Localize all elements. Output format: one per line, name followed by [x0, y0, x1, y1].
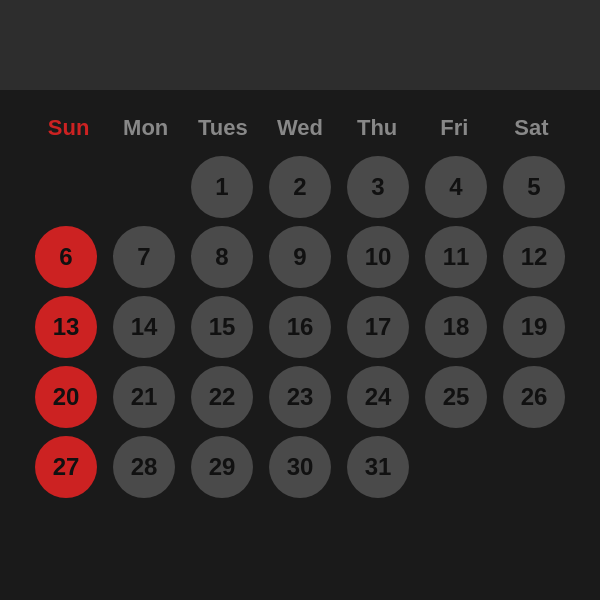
day-circle-27: 27 [35, 436, 97, 498]
day-cell-27[interactable]: 27 [30, 436, 102, 498]
day-circle-17: 17 [347, 296, 409, 358]
day-cell-16[interactable]: 16 [264, 296, 336, 358]
day-circle-29: 29 [191, 436, 253, 498]
day-cell-28[interactable]: 28 [108, 436, 180, 498]
day-circle-18: 18 [425, 296, 487, 358]
day-cell-7[interactable]: 7 [108, 226, 180, 288]
day-circle-30: 30 [269, 436, 331, 498]
day-circle-7: 7 [113, 226, 175, 288]
day-circle-31: 31 [347, 436, 409, 498]
day-cell-19[interactable]: 19 [498, 296, 570, 358]
day-cell-3[interactable]: 3 [342, 156, 414, 218]
day-cell-2[interactable]: 2 [264, 156, 336, 218]
day-circle-24: 24 [347, 366, 409, 428]
day-cell-14[interactable]: 14 [108, 296, 180, 358]
day-circle-26: 26 [503, 366, 565, 428]
day-cell-11[interactable]: 11 [420, 226, 492, 288]
day-cell-18[interactable]: 18 [420, 296, 492, 358]
day-headers-row: SunMonTuesWedThuFriSat [30, 110, 570, 146]
day-header-sun: Sun [30, 110, 107, 146]
day-cell-20[interactable]: 20 [30, 366, 102, 428]
day-cell-31[interactable]: 31 [342, 436, 414, 498]
day-circle-22: 22 [191, 366, 253, 428]
day-cell-25[interactable]: 25 [420, 366, 492, 428]
day-cell-8[interactable]: 8 [186, 226, 258, 288]
day-cell-29[interactable]: 29 [186, 436, 258, 498]
day-cell-1[interactable]: 1 [186, 156, 258, 218]
day-header-wed: Wed [261, 110, 338, 146]
day-circle-13: 13 [35, 296, 97, 358]
day-cell-9[interactable]: 9 [264, 226, 336, 288]
day-header-tues: Tues [184, 110, 261, 146]
day-cell-6[interactable]: 6 [30, 226, 102, 288]
day-circle-28: 28 [113, 436, 175, 498]
day-cell-23[interactable]: 23 [264, 366, 336, 428]
day-cell-30[interactable]: 30 [264, 436, 336, 498]
day-circle-21: 21 [113, 366, 175, 428]
calendar-header [0, 0, 600, 90]
day-circle-14: 14 [113, 296, 175, 358]
day-cell-13[interactable]: 13 [30, 296, 102, 358]
day-circle-15: 15 [191, 296, 253, 358]
day-circle-12: 12 [503, 226, 565, 288]
day-header-fri: Fri [416, 110, 493, 146]
day-header-thu: Thu [339, 110, 416, 146]
empty-cell [108, 156, 180, 218]
day-circle-4: 4 [425, 156, 487, 218]
empty-cell [498, 436, 570, 498]
day-circle-10: 10 [347, 226, 409, 288]
day-circle-11: 11 [425, 226, 487, 288]
day-circle-25: 25 [425, 366, 487, 428]
day-circle-3: 3 [347, 156, 409, 218]
day-cell-17[interactable]: 17 [342, 296, 414, 358]
day-cell-4[interactable]: 4 [420, 156, 492, 218]
day-header-sat: Sat [493, 110, 570, 146]
day-cell-26[interactable]: 26 [498, 366, 570, 428]
day-cell-5[interactable]: 5 [498, 156, 570, 218]
day-cell-15[interactable]: 15 [186, 296, 258, 358]
day-cell-10[interactable]: 10 [342, 226, 414, 288]
day-cell-12[interactable]: 12 [498, 226, 570, 288]
day-circle-23: 23 [269, 366, 331, 428]
day-circle-5: 5 [503, 156, 565, 218]
day-cell-21[interactable]: 21 [108, 366, 180, 428]
day-circle-1: 1 [191, 156, 253, 218]
day-cell-22[interactable]: 22 [186, 366, 258, 428]
day-circle-2: 2 [269, 156, 331, 218]
day-circle-16: 16 [269, 296, 331, 358]
day-circle-20: 20 [35, 366, 97, 428]
day-circle-6: 6 [35, 226, 97, 288]
day-circle-8: 8 [191, 226, 253, 288]
day-header-mon: Mon [107, 110, 184, 146]
calendar-grid: 1234567891011121314151617181920212223242… [30, 156, 570, 498]
empty-cell [30, 156, 102, 218]
day-circle-19: 19 [503, 296, 565, 358]
day-circle-9: 9 [269, 226, 331, 288]
day-cell-24[interactable]: 24 [342, 366, 414, 428]
empty-cell [420, 436, 492, 498]
calendar-body: SunMonTuesWedThuFriSat 12345678910111213… [0, 90, 600, 508]
